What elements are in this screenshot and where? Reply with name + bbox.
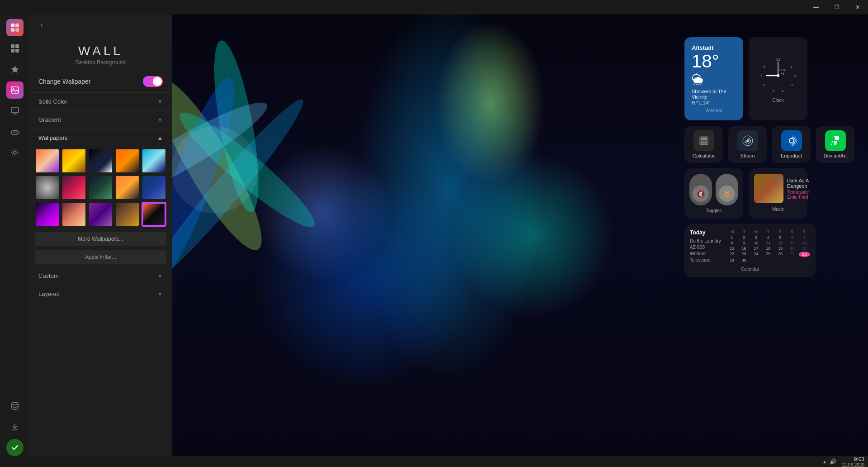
sidebar-item-logo[interactable] bbox=[6, 19, 24, 36]
wallpaper-thumb-12[interactable] bbox=[61, 202, 86, 227]
wallpaper-thumb-11[interactable] bbox=[35, 202, 60, 227]
cal-day: 6 bbox=[787, 235, 798, 240]
wallpaper-thumb-9[interactable] bbox=[115, 175, 140, 200]
wallpaper-thumb-14[interactable] bbox=[115, 202, 140, 227]
svg-point-51 bbox=[746, 139, 749, 142]
weather-icon: 🌦 bbox=[692, 73, 736, 87]
cal-day: 16 bbox=[738, 246, 750, 251]
calendar-today-header: Today bbox=[690, 229, 721, 236]
calendar-grid-section: M T W T F S S 1234567 891011121314 15161… bbox=[726, 229, 810, 264]
sidebar-item-gamepad[interactable] bbox=[6, 123, 24, 140]
wallpaper-thumb-6[interactable] bbox=[35, 175, 60, 200]
cal-day: 15 bbox=[726, 246, 737, 251]
wallpaper-thumb-5[interactable] bbox=[142, 148, 166, 173]
section-gradient[interactable]: Gradient ▼ bbox=[29, 111, 172, 129]
cal-hdr-s: S bbox=[786, 229, 798, 234]
chevron-down-icon-2: ▼ bbox=[157, 117, 163, 123]
taskbar-right: ▲ 🔊 9:03 12.06.2020 bbox=[822, 456, 864, 467]
svg-point-39 bbox=[777, 74, 779, 77]
cal-day: 1 bbox=[726, 235, 737, 240]
volume-toggle[interactable]: 🔇 bbox=[689, 174, 712, 205]
close-button[interactable]: ✕ bbox=[847, 0, 868, 14]
svg-rect-2 bbox=[11, 28, 14, 32]
panel-content: Change Wallpaper Solid Color ▼ Gradient … bbox=[29, 68, 172, 456]
sidebar-item-check[interactable] bbox=[6, 439, 24, 456]
svg-text:FRA: FRA bbox=[779, 68, 786, 71]
wallpaper-thumb-10[interactable] bbox=[142, 175, 166, 200]
apply-filter-button[interactable]: Apply Filter... bbox=[35, 250, 166, 264]
minimize-button[interactable]: — bbox=[806, 0, 826, 14]
taskbar-speaker-icon[interactable]: 🔊 bbox=[830, 458, 836, 465]
cal-day: 10 bbox=[750, 241, 762, 245]
calculator-widget[interactable]: Calculator bbox=[684, 126, 723, 163]
brightness-toggle[interactable]: 🔆 bbox=[716, 174, 738, 205]
section-layered[interactable]: Layered ▼ bbox=[29, 285, 172, 303]
calendar-widget: Today Do the Laundry AZ-900 Workout Tele… bbox=[684, 224, 816, 277]
sidebar-item-monitor[interactable] bbox=[6, 102, 24, 119]
chevron-down-icon-4: ▼ bbox=[157, 291, 163, 297]
section-custom[interactable]: Custom ▼ bbox=[29, 267, 172, 285]
cal-day: 19 bbox=[775, 246, 786, 251]
sidebar-item-database[interactable] bbox=[6, 397, 24, 415]
steam-widget[interactable]: Steam bbox=[728, 126, 767, 163]
sidebar-item-star[interactable] bbox=[6, 61, 24, 78]
cal-hdr-f: F bbox=[774, 229, 786, 234]
deviantart-widget[interactable]: DeviantArt bbox=[816, 126, 854, 163]
layered-label: Layered bbox=[38, 291, 60, 297]
taskbar-time[interactable]: 9:03 12.06.2020 bbox=[842, 456, 864, 467]
back-button[interactable]: ‹ bbox=[37, 18, 47, 31]
panel-title: WALL bbox=[38, 44, 163, 58]
wallpaper-toggle[interactable] bbox=[143, 76, 163, 87]
calendar-task-2: AZ-900 bbox=[690, 245, 721, 250]
cal-day: 26 bbox=[775, 252, 786, 257]
section-solid-color[interactable]: Solid Color ▼ bbox=[29, 93, 172, 111]
svg-rect-0 bbox=[11, 24, 14, 27]
sidebar-item-grid[interactable] bbox=[6, 40, 24, 57]
wallpaper-thumb-3[interactable] bbox=[88, 148, 113, 173]
wallpaper-thumb-2[interactable] bbox=[61, 148, 86, 173]
panel-subtitle: Desktop Background bbox=[38, 59, 163, 66]
wallpaper-thumb-4[interactable] bbox=[115, 148, 140, 173]
wallpapers-header[interactable]: Wallpapers ▲ bbox=[29, 129, 172, 147]
cal-hdr-t2: T bbox=[762, 229, 774, 234]
sidebar-item-wallpaper[interactable] bbox=[6, 81, 24, 99]
music-label: Music bbox=[754, 207, 802, 212]
wallpaper-thumb-7[interactable] bbox=[61, 175, 86, 200]
custom-label: Custom bbox=[38, 272, 59, 279]
steam-icon bbox=[737, 130, 758, 151]
cal-day: 25 bbox=[763, 252, 774, 257]
sidebar-item-download[interactable] bbox=[6, 418, 24, 435]
wallpaper-thumb-15[interactable] bbox=[142, 202, 166, 227]
panel-nav: ‹ bbox=[29, 14, 172, 35]
wallpaper-thumb-13[interactable] bbox=[88, 202, 113, 227]
svg-point-44 bbox=[701, 142, 702, 143]
taskbar-arrow-icon[interactable]: ▲ bbox=[822, 459, 827, 464]
sidebar-item-settings[interactable] bbox=[6, 144, 24, 161]
maximize-button[interactable]: ❐ bbox=[826, 0, 847, 14]
svg-point-18 bbox=[14, 151, 16, 154]
weather-description: Showers In The Vicinity bbox=[692, 89, 736, 100]
panel-header: WALL Desktop Background bbox=[29, 35, 172, 68]
cal-hdr-t: T bbox=[738, 229, 750, 234]
title-bar-controls: — ❐ ✕ bbox=[806, 0, 868, 14]
svg-text:8: 8 bbox=[764, 65, 766, 69]
svg-rect-5 bbox=[15, 44, 19, 48]
svg-rect-1 bbox=[15, 24, 19, 27]
more-wallpapers-button[interactable]: More Wallpapers... bbox=[35, 232, 166, 246]
cal-day: 21 bbox=[799, 246, 810, 251]
solid-color-label: Solid Color bbox=[38, 98, 67, 105]
wallpapers-label: Wallpapers bbox=[38, 134, 68, 141]
wallpaper-thumb-8[interactable] bbox=[88, 175, 113, 200]
clock-label: Clock bbox=[772, 98, 783, 103]
calendar-label: Calendar bbox=[690, 267, 810, 272]
wallpaper-thumb-1[interactable] bbox=[35, 148, 60, 173]
cal-hdr-m: M bbox=[726, 229, 738, 234]
svg-text:2: 2 bbox=[794, 74, 796, 78]
steam-label: Steam bbox=[741, 153, 755, 158]
taskbar-date: 12.06.2020 bbox=[842, 462, 864, 467]
engadget-widget[interactable]: Engadget bbox=[772, 126, 811, 163]
cal-day: 24 bbox=[750, 252, 762, 257]
svg-point-45 bbox=[703, 142, 704, 143]
title-bar: — ❐ ✕ bbox=[0, 0, 868, 14]
chevron-up-icon: ▲ bbox=[157, 135, 163, 141]
